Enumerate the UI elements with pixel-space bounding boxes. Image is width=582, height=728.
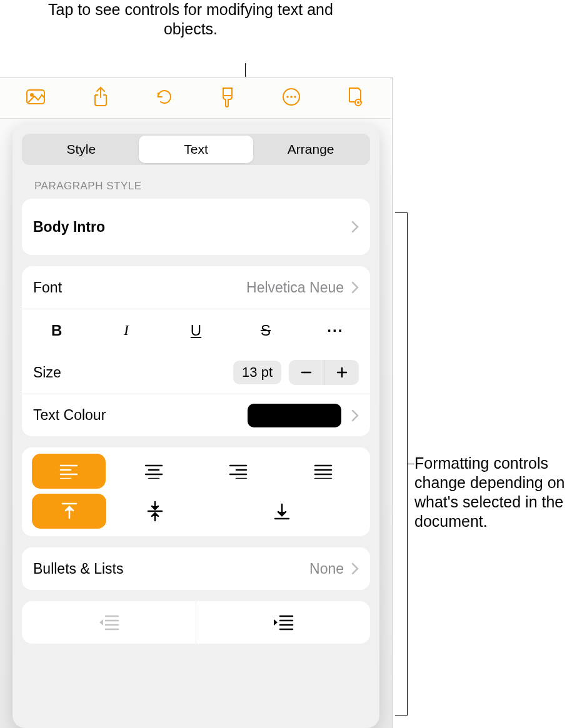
size-stepper xyxy=(289,360,359,385)
paragraph-style-row[interactable]: Body Intro xyxy=(22,199,370,255)
undo-icon[interactable] xyxy=(154,87,174,109)
font-card: Font Helvetica Neue B I U S ··· Size 13 … xyxy=(22,266,370,436)
svg-point-1 xyxy=(30,93,34,97)
paragraph-style-card: Body Intro xyxy=(22,199,370,255)
indent-card xyxy=(22,601,370,644)
chevron-right-icon xyxy=(351,562,359,575)
more-text-options-button[interactable]: ··· xyxy=(301,322,370,339)
valign-bottom-button[interactable] xyxy=(204,494,360,529)
align-left-button[interactable] xyxy=(32,454,106,489)
font-label: Font xyxy=(33,279,246,296)
text-colour-label: Text Colour xyxy=(33,407,248,424)
align-right-button[interactable] xyxy=(202,454,276,489)
device-frame: Style Text Arrange Paragraph Style Body … xyxy=(0,77,393,728)
bullets-label: Bullets & Lists xyxy=(33,561,309,577)
indent-button[interactable] xyxy=(196,601,370,644)
document-view-icon[interactable] xyxy=(346,86,364,110)
size-increment-button[interactable] xyxy=(324,360,359,385)
callout-right: Formatting controls change depending on … xyxy=(414,454,577,531)
svg-point-5 xyxy=(290,96,293,98)
text-colour-swatch[interactable] xyxy=(248,404,341,427)
bullets-value: None xyxy=(309,561,344,577)
horizontal-align-row xyxy=(22,447,370,489)
italic-button[interactable]: I xyxy=(91,322,161,339)
valign-top-button[interactable] xyxy=(32,494,106,529)
chevron-right-icon xyxy=(351,409,359,422)
tab-text[interactable]: Text xyxy=(139,136,254,163)
callout-bracket-tick xyxy=(408,464,414,464)
share-icon[interactable] xyxy=(91,86,110,110)
outdent-button[interactable] xyxy=(22,601,196,644)
format-brush-icon[interactable] xyxy=(218,86,237,111)
svg-point-8 xyxy=(357,101,359,104)
text-colour-row[interactable]: Text Colour xyxy=(22,394,370,436)
size-value[interactable]: 13 pt xyxy=(233,361,281,384)
tab-style[interactable]: Style xyxy=(24,136,139,163)
more-circle-icon[interactable] xyxy=(281,87,301,109)
size-row: Size 13 pt xyxy=(22,351,370,394)
alignment-card xyxy=(22,447,370,536)
tab-arrange[interactable]: Arrange xyxy=(253,136,368,163)
chevron-right-icon xyxy=(351,221,359,233)
top-toolbar xyxy=(0,77,392,119)
callout-bracket xyxy=(395,212,408,716)
bold-button[interactable]: B xyxy=(22,322,91,339)
paragraph-style-header: Paragraph Style xyxy=(22,180,370,192)
size-decrement-button[interactable] xyxy=(289,360,324,385)
underline-button[interactable]: U xyxy=(161,322,231,339)
align-center-button[interactable] xyxy=(117,454,191,489)
callout-top: Tap to see controls for modifying text a… xyxy=(34,0,347,39)
valign-middle-button[interactable] xyxy=(118,494,192,529)
chevron-right-icon xyxy=(351,281,359,294)
bullets-row[interactable]: Bullets & Lists None xyxy=(22,547,370,590)
svg-point-4 xyxy=(286,96,289,98)
vertical-align-row xyxy=(22,489,370,536)
font-value: Helvetica Neue xyxy=(246,279,344,296)
text-style-buttons: B I U S ··· xyxy=(22,309,370,351)
paragraph-style-value: Body Intro xyxy=(33,219,344,236)
media-icon[interactable] xyxy=(26,87,48,109)
tab-segmented-control: Style Text Arrange xyxy=(22,134,370,165)
size-label: Size xyxy=(33,364,233,381)
align-justify-button[interactable] xyxy=(286,454,360,489)
font-row[interactable]: Font Helvetica Neue xyxy=(22,266,370,309)
svg-point-6 xyxy=(294,96,296,98)
bullets-card: Bullets & Lists None xyxy=(22,547,370,590)
format-popover: Style Text Arrange Paragraph Style Body … xyxy=(13,124,379,728)
strikethrough-button[interactable]: S xyxy=(231,322,300,339)
